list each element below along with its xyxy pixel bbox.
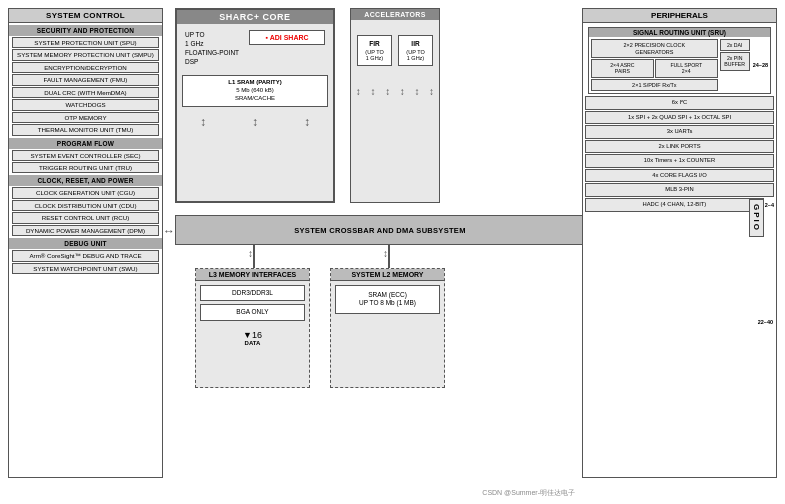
link-ports-row: 2x LINK PORTS (585, 140, 774, 154)
l2-memory-panel: SYSTEM L2 MEMORY SRAM (ECC) UP TO 8 Mb (… (330, 268, 445, 388)
data-label: DATA (196, 340, 309, 346)
accelerators-panel: ACCELERATORS FIR (UP TO1 GHz) IIR (UP TO… (350, 8, 440, 203)
sru-asrc: 2×4 ASRCPAIRS (591, 59, 654, 77)
accelerators-title: ACCELERATORS (351, 9, 439, 20)
left-crossbar-arrow: ↔ (163, 224, 175, 238)
clock-header: CLOCK, RESET, AND POWER (9, 175, 162, 186)
l1-sram-type: SRAM/CACHE (185, 95, 325, 103)
accel-units: FIR (UP TO1 GHz) IIR (UP TO1 GHz) (354, 35, 436, 66)
range-top-value: 24–28 (753, 62, 768, 68)
module-dpm: DYNAMIC POWER MANAGEMENT (DPM) (12, 225, 159, 236)
module-enc: ENCRYPTION/DECRYPTION (12, 62, 159, 73)
dai-pin-area: 2x DAI 2x PIN BUFFER (720, 39, 750, 91)
dai-box: 2x DAI (720, 39, 750, 51)
gpio-range-label: 22–40 (758, 319, 773, 325)
l1-sram-box: L1 SRAM (PARITY) 5 Mb (640 kB) SRAM/CACH… (182, 75, 328, 106)
module-smpu: SYSTEM MEMORY PROTECTION UNIT (SMPU) (12, 49, 159, 60)
module-cdu: CLOCK DISTRIBUTION UNIT (CDU) (12, 200, 159, 211)
spi-row: 1x SPI + 2x QUAD SPI + 1x OCTAL SPI (585, 111, 774, 125)
sharc-specs: UP TO1 GHzFLOATING-POINTDSP (180, 27, 244, 69)
peripherals-content: SIGNAL ROUTING UNIT (SRU) 2×2 PRECISION … (583, 23, 776, 215)
down-arrow-1: ↕ (200, 115, 206, 129)
l2-memory-content: SRAM (ECC) UP TO 8 Mb (1 MB) (331, 281, 444, 318)
l2-memory-title: SYSTEM L2 MEMORY (331, 269, 444, 281)
v-connect-l3 (253, 245, 255, 268)
debug-header: DEBUG UNIT (9, 238, 162, 249)
l3-v-arrow: ↕ (248, 248, 253, 259)
sru-sport: FULL SPORT2×4 (655, 59, 718, 77)
l3-memory-panel: L3 MEMORY INTERFACES DDR3/DDR3L BGA ONLY… (195, 268, 310, 388)
data-arrow-down: ▼16 (196, 330, 309, 340)
gpio-label: GPIO (749, 199, 764, 237)
module-fmu: FAULT MANAGEMENT (FMU) (12, 74, 159, 85)
sharc-title: SHARC+ CORE (177, 10, 333, 24)
watermark: CSDN @Summer-明佳达电子 (482, 488, 575, 498)
module-tmu: THERMAL MONITOR UNIT (TMU) (12, 124, 159, 135)
ddr-box: DDR3/DDR3L (200, 285, 305, 301)
fir-spec: (UP TO1 GHz) (361, 49, 388, 61)
i2c-row: 6x I²C (585, 96, 774, 110)
l3-memory-title: L3 MEMORY INTERFACES (196, 269, 309, 281)
adi-sharc-logo: ▪ ADI SHARC (249, 30, 325, 45)
accel-arrow-5: ↕ (414, 86, 419, 97)
l1-sram-size: 5 Mb (640 kB) (185, 87, 325, 95)
crossbar-title: SYSTEM CROSSBAR AND DMA SUBSYSTEM (294, 226, 465, 235)
hadc-range: 2–4 (765, 202, 774, 208)
sru-title: SIGNAL ROUTING UNIT (SRU) (589, 28, 770, 37)
program-flow-header: PROGRAM FLOW (9, 138, 162, 149)
module-crc: DUAL CRC (WITH MemDMA) (12, 87, 159, 98)
sru-spdif: 2×1 S/PDIF Rx/Tx (591, 79, 718, 92)
down-arrow-2: ↕ (252, 115, 258, 129)
l2-sram-label: SRAM (ECC) (339, 291, 436, 299)
module-swu: SYSTEM WATCHPOINT UNIT (SWU) (12, 263, 159, 274)
crossbar-panel: SYSTEM CROSSBAR AND DMA SUBSYSTEM (175, 215, 585, 245)
ddr-type: DDR3/DDR3L (204, 289, 301, 297)
accel-arrow-2: ↕ (370, 86, 375, 97)
l2-v-arrow: ↕ (383, 248, 388, 259)
system-control-panel: SYSTEM CONTROL SECURITY AND PROTECTION S… (8, 8, 163, 478)
module-otp: OTP MEMORY (12, 112, 159, 123)
bga-label: BGA ONLY (204, 308, 301, 316)
module-spu: SYSTEM PROTECTION UNIT (SPU) (12, 37, 159, 48)
hadc-row: HADC (4 CHAN, 12-BIT) (585, 198, 764, 212)
sru-content: 2×2 PRECISION CLOCKGENERATORS 2×4 ASRCPA… (589, 37, 770, 93)
peripherals-panel: PERIPHERALS SIGNAL ROUTING UNIT (SRU) 2×… (582, 8, 777, 478)
l2-sram-size: UP TO 8 Mb (1 MB) (339, 299, 436, 307)
module-rcu: RESET CONTROL UNIT (RCU) (12, 212, 159, 223)
module-sec: SYSTEM EVENT CONTROLLER (SEC) (12, 150, 159, 161)
fir-unit: FIR (UP TO1 GHz) (357, 35, 392, 66)
fir-label: FIR (361, 40, 388, 47)
bga-box: BGA ONLY (200, 304, 305, 320)
timers-row: 10x Timers + 1x COUNTER (585, 154, 774, 168)
iir-label: IIR (402, 40, 429, 47)
main-container: SYSTEM CONTROL SECURITY AND PROTECTION S… (0, 0, 785, 504)
uart-row: 3x UARTs (585, 125, 774, 139)
module-tru: TRIGGER ROUTING UNIT (TRU) (12, 162, 159, 173)
down-arrow-3: ↕ (304, 115, 310, 129)
sru-clock-gen: 2×2 PRECISION CLOCKGENERATORS (591, 39, 718, 58)
accel-arrow-4: ↕ (400, 86, 405, 97)
sru-section: SIGNAL ROUTING UNIT (SRU) 2×2 PRECISION … (588, 27, 771, 94)
range-top-label: 24–28 (753, 39, 768, 91)
pin-buffer-box: 2x PIN BUFFER (720, 52, 750, 70)
sru-left: 2×2 PRECISION CLOCKGENERATORS 2×4 ASRCPA… (591, 39, 718, 91)
iir-spec: (UP TO1 GHz) (402, 49, 429, 61)
mlb-row: MLB 3-PIN (585, 183, 774, 197)
core-flags-row: 4x CORE FLAGS I/O (585, 169, 774, 183)
module-coresight: Arm® CoreSight™ DEBUG AND TRACE (12, 250, 159, 261)
peripherals-title: PERIPHERALS (583, 9, 776, 23)
system-control-title: SYSTEM CONTROL (9, 9, 162, 23)
sharc-core-panel: SHARC+ CORE UP TO1 GHzFLOATING-POINTDSP … (175, 8, 335, 203)
l3-memory-content: DDR3/DDR3L BGA ONLY (196, 281, 309, 328)
l2-sram-box: SRAM (ECC) UP TO 8 Mb (1 MB) (335, 285, 440, 314)
accel-arrow-3: ↕ (385, 86, 390, 97)
module-cgu: CLOCK GENERATION UNIT (CGU) (12, 187, 159, 198)
v-connect-l2 (388, 245, 390, 268)
accel-arrow-6: ↕ (429, 86, 434, 97)
hadc-area: HADC (4 CHAN, 12-BIT) 2–4 (585, 198, 774, 212)
accel-arrow-1: ↕ (356, 86, 361, 97)
security-header: SECURITY AND PROTECTION (9, 25, 162, 36)
l1-sram-title: L1 SRAM (PARITY) (185, 79, 325, 87)
sru-asrc-sport: 2×4 ASRCPAIRS FULL SPORT2×4 (591, 59, 718, 77)
iir-unit: IIR (UP TO1 GHz) (398, 35, 433, 66)
